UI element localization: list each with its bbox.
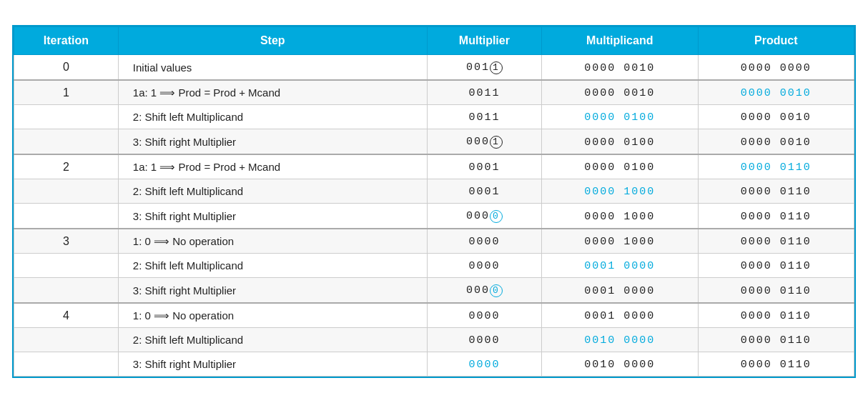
multiplicand-cell: 0010 0000 xyxy=(542,328,698,352)
multiplier-cell: 0011 xyxy=(427,80,541,105)
iter-cell: 3 xyxy=(14,229,119,254)
header-multiplicand: Multiplicand xyxy=(542,27,698,55)
product-cell: 0000 0010 xyxy=(698,80,854,105)
product-cell: 0000 0110 xyxy=(698,303,854,328)
header-row: Iteration Step Multiplier Multiplicand P… xyxy=(14,27,854,55)
multiplier-cell: 0000 xyxy=(427,229,541,254)
iter-cell: 2 xyxy=(14,154,119,179)
multiplier-cell: 0001 xyxy=(427,179,541,204)
multiplicand-cell: 0010 0000 xyxy=(542,352,698,377)
table-row: 3: Shift right Multiplier00000000 100000… xyxy=(14,204,854,229)
multiplier-cell: 0000 xyxy=(427,278,541,304)
step-cell: 3: Shift right Multiplier xyxy=(118,204,427,229)
table-row: 21a: 1 ⟹ Prod = Prod + Mcand00010000 010… xyxy=(14,154,854,179)
step-cell: 3: Shift right Multiplier xyxy=(118,129,427,155)
step-cell: 2: Shift left Multiplicand xyxy=(118,328,427,352)
multiplicand-cell: 0000 0010 xyxy=(542,55,698,81)
product-cell: 0000 0110 xyxy=(698,352,854,377)
multiplier-cell: 0000 xyxy=(427,328,541,352)
step-cell: 3: Shift right Multiplier xyxy=(118,278,427,304)
table-row: 11a: 1 ⟹ Prod = Prod + Mcand00110000 001… xyxy=(14,80,854,105)
table-row: 3: Shift right Multiplier00010000 010000… xyxy=(14,129,854,155)
multiplicand-cell: 0000 1000 xyxy=(542,204,698,229)
table-row: 3: Shift right Multiplier00000010 000000… xyxy=(14,352,854,377)
multiplicand-cell: 0000 1000 xyxy=(542,179,698,204)
header-step: Step xyxy=(118,27,427,55)
table-row: 2: Shift left Multiplicand00110000 01000… xyxy=(14,105,854,129)
header-multiplier: Multiplier xyxy=(427,27,541,55)
table-row: 2: Shift left Multiplicand00000001 00000… xyxy=(14,254,854,278)
product-cell: 0000 0110 xyxy=(698,179,854,204)
table-row: 0Initial values00110000 00100000 0000 xyxy=(14,55,854,81)
iter-cell xyxy=(14,328,119,352)
step-cell: 2: Shift left Multiplicand xyxy=(118,105,427,129)
multiplicand-cell: 0000 0100 xyxy=(542,129,698,155)
multiplicand-cell: 0000 0010 xyxy=(542,80,698,105)
product-cell: 0000 0010 xyxy=(698,105,854,129)
multiplier-cell: 0011 xyxy=(427,55,541,81)
step-cell: 1: 0 ⟹ No operation xyxy=(118,303,427,328)
multiplier-cell: 0001 xyxy=(427,154,541,179)
product-cell: 0000 0010 xyxy=(698,129,854,155)
multiplier-cell: 0001 xyxy=(427,129,541,155)
multiplier-cell: 0000 xyxy=(427,352,541,377)
iter-cell: 4 xyxy=(14,303,119,328)
multiplier-cell: 0011 xyxy=(427,105,541,129)
iter-cell: 0 xyxy=(14,55,119,81)
product-cell: 0000 0110 xyxy=(698,254,854,278)
multiplicand-cell: 0000 1000 xyxy=(542,229,698,254)
table-row: 31: 0 ⟹ No operation00000000 10000000 01… xyxy=(14,229,854,254)
header-iteration: Iteration xyxy=(14,27,119,55)
multiplication-table: Iteration Step Multiplier Multiplicand P… xyxy=(14,26,854,377)
iter-cell xyxy=(14,278,119,304)
multiplier-cell: 0000 xyxy=(427,303,541,328)
product-cell: 0000 0110 xyxy=(698,154,854,179)
table-row: 41: 0 ⟹ No operation00000001 00000000 01… xyxy=(14,303,854,328)
product-cell: 0000 0000 xyxy=(698,55,854,81)
product-cell: 0000 0110 xyxy=(698,229,854,254)
product-cell: 0000 0110 xyxy=(698,278,854,304)
multiplicand-cell: 0000 0100 xyxy=(542,154,698,179)
step-cell: 1a: 1 ⟹ Prod = Prod + Mcand xyxy=(118,154,427,179)
multiplier-cell: 0000 xyxy=(427,204,541,229)
main-table-wrapper: Iteration Step Multiplier Multiplicand P… xyxy=(12,25,856,378)
iter-cell xyxy=(14,105,119,129)
iter-cell xyxy=(14,352,119,377)
iter-cell xyxy=(14,129,119,155)
iter-cell xyxy=(14,204,119,229)
iter-cell: 1 xyxy=(14,80,119,105)
header-product: Product xyxy=(698,27,854,55)
multiplier-cell: 0000 xyxy=(427,254,541,278)
table-row: 3: Shift right Multiplier00000001 000000… xyxy=(14,278,854,304)
multiplicand-cell: 0000 0100 xyxy=(542,105,698,129)
iter-cell xyxy=(14,254,119,278)
table-row: 2: Shift left Multiplicand00010000 10000… xyxy=(14,179,854,204)
step-cell: 2: Shift left Multiplicand xyxy=(118,254,427,278)
step-cell: 1: 0 ⟹ No operation xyxy=(118,229,427,254)
step-cell: 2: Shift left Multiplicand xyxy=(118,179,427,204)
multiplicand-cell: 0001 0000 xyxy=(542,303,698,328)
table-row: 2: Shift left Multiplicand00000010 00000… xyxy=(14,328,854,352)
multiplicand-cell: 0001 0000 xyxy=(542,254,698,278)
step-cell: 3: Shift right Multiplier xyxy=(118,352,427,377)
step-cell: 1a: 1 ⟹ Prod = Prod + Mcand xyxy=(118,80,427,105)
iter-cell xyxy=(14,179,119,204)
step-cell: Initial values xyxy=(118,55,427,81)
multiplicand-cell: 0001 0000 xyxy=(542,278,698,304)
product-cell: 0000 0110 xyxy=(698,204,854,229)
product-cell: 0000 0110 xyxy=(698,328,854,352)
